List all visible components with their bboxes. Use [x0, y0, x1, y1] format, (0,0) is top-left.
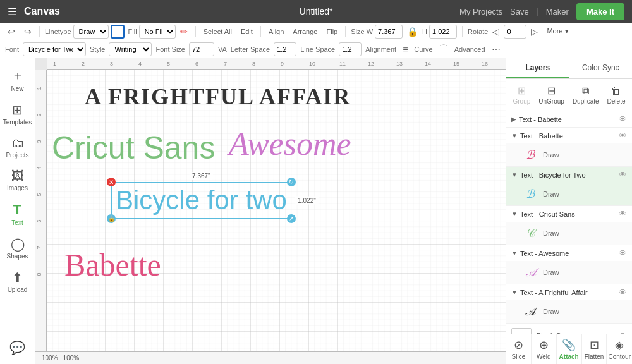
attach-button[interactable]: 📎 Attach — [557, 334, 582, 364]
ungroup-button[interactable]: ⊟ UnGroup — [535, 83, 568, 107]
edit-button[interactable]: Edit — [238, 27, 255, 37]
rotate-dec-btn[interactable]: ◁ — [490, 25, 502, 38]
zoom-label: 100% — [42, 355, 58, 361]
maker-button[interactable]: Maker — [546, 7, 569, 16]
fill-group: Fill No Fill ✏ — [128, 25, 190, 39]
height-label: H — [422, 28, 427, 35]
slice-icon: ⊘ — [514, 338, 523, 352]
rotate-inc-btn[interactable]: ▷ — [528, 25, 540, 38]
contour-button[interactable]: ◈ Contour — [607, 334, 632, 364]
eye-cricut[interactable]: 👁 — [619, 209, 627, 219]
size-group: Size W 🔒 H — [351, 25, 457, 39]
rotate-input[interactable] — [504, 25, 526, 39]
align-button[interactable]: Align — [266, 27, 286, 37]
layer-header-frightful[interactable]: ▼ Text - A Frightful Affair 👁 — [506, 284, 632, 300]
tab-layers[interactable]: Layers — [506, 58, 569, 78]
bottom-bar: 100% 100% — [35, 351, 506, 364]
sidebar-shapes-label: Shapes — [7, 253, 28, 260]
more-button[interactable]: More ▾ — [544, 26, 571, 37]
flatten-button[interactable]: ⊡ Flatten — [582, 334, 607, 364]
line-space-input[interactable] — [339, 42, 362, 56]
slice-button[interactable]: ⊘ Slice — [506, 334, 532, 364]
delete-button[interactable]: 🗑 Delete — [604, 83, 629, 107]
sidebar-templates-label: Templates — [3, 119, 32, 126]
sidebar-item-projects[interactable]: 🗂 Projects — [2, 132, 33, 162]
bicycle-sub-icon: ℬ — [521, 185, 539, 203]
lock-icon[interactable]: 🔒 — [404, 25, 420, 38]
ruler-left: 1 2 3 4 5 6 7 8 — [35, 70, 47, 351]
layer-group-bicycle: ▼ Text - Bicycle for Two 👁 ℬ Draw — [506, 167, 632, 206]
group-button[interactable]: ⊞ Group — [509, 83, 535, 107]
eye-babette2[interactable]: 👁 — [619, 131, 627, 140]
tab-color-sync[interactable]: Color Sync — [569, 58, 633, 78]
width-dimension: 7.367" — [190, 172, 213, 180]
arrange-button[interactable]: Arrange — [290, 27, 320, 37]
layer-group-babette1: ▶ Text - Babette 👁 — [506, 111, 632, 128]
sidebar-item-templates[interactable]: ⊞ Templates — [2, 99, 33, 130]
height-input[interactable] — [429, 25, 457, 39]
frightful-sub-icon: 𝒜 — [521, 303, 539, 320]
panel-toolbar: ⊞ Group ⊟ UnGroup ⧉ Duplicate 🗑 Delete — [506, 79, 632, 111]
delete-handle[interactable]: ✕ — [107, 178, 116, 186]
select-all-button[interactable]: Select All — [201, 27, 234, 37]
duplicate-button[interactable]: ⧉ Duplicate — [569, 83, 603, 107]
fill-select[interactable]: No Fill — [139, 25, 176, 39]
sidebar-item-shapes[interactable]: ◯ Shapes — [2, 233, 33, 264]
layer-sub-cricut: 𝒞 Draw — [506, 222, 632, 245]
layer-name-cricut: Text - Cricut Sans — [520, 210, 616, 218]
letter-space-label: VA — [218, 46, 227, 53]
linetype-color-box[interactable] — [111, 25, 125, 39]
fill-color-btn[interactable]: ✏ — [178, 25, 190, 38]
linetype-select[interactable]: Draw — [73, 25, 109, 39]
svg-text:5: 5 — [36, 193, 42, 196]
bicycle-selection[interactable]: 7.367" Bicycle for two 1.022" ✕ ↻ 🔒 ↗ — [111, 182, 291, 219]
grid-bg: A FRIGHTFUL AFFAIR Cricut Sans Awesome 7… — [47, 70, 506, 351]
svg-text:6: 6 — [195, 61, 198, 67]
save-button[interactable]: Save — [510, 7, 529, 16]
my-projects-button[interactable]: My Projects — [459, 7, 502, 16]
layer-header-babette1[interactable]: ▶ Text - Babette 👁 — [506, 111, 632, 127]
rotate-handle[interactable]: ↻ — [287, 178, 296, 186]
weld-button[interactable]: ⊕ Weld — [532, 334, 557, 364]
sidebar-item-text[interactable]: T Text — [2, 198, 33, 230]
sidebar-item-new[interactable]: ＋ New — [2, 63, 33, 96]
redo-button[interactable]: ↪ — [21, 25, 34, 38]
layer-header-babette2[interactable]: ▼ Text - Babette 👁 — [506, 128, 632, 143]
layer-header-awesome[interactable]: ▼ Text - Awesome 👁 — [506, 245, 632, 261]
svg-text:7: 7 — [224, 61, 227, 67]
advanced-btn[interactable]: ⋯ — [489, 43, 503, 56]
sidebar-item-images[interactable]: 🖼 Images — [2, 165, 33, 195]
canvas-area[interactable]: 1 2 3 4 5 6 7 8 9 10 11 12 13 14 15 16 1… — [35, 58, 506, 364]
scale-handle[interactable]: ↗ — [287, 214, 296, 223]
letter-space-input[interactable] — [274, 42, 296, 56]
sidebar-item-chat[interactable]: 💬 — [2, 336, 33, 359]
layer-header-cricut[interactable]: ▼ Text - Cricut Sans 👁 — [506, 206, 632, 222]
lock-handle[interactable]: 🔒 — [107, 214, 116, 223]
make-it-button[interactable]: Make It — [576, 3, 624, 20]
upload-icon: ⬆ — [12, 270, 23, 285]
fill-label: Fill — [128, 28, 137, 35]
layer-sub-awesome: 𝒜 Draw — [506, 261, 632, 284]
width-input[interactable] — [375, 25, 403, 39]
layer-name-awesome: Text - Awesome — [520, 250, 616, 257]
eye-frightful[interactable]: 👁 — [619, 288, 627, 297]
svg-text:8: 8 — [252, 61, 255, 67]
layer-header-bicycle[interactable]: ▼ Text - Bicycle for Two 👁 — [506, 167, 632, 183]
font-select[interactable]: Bicycle for Two — [23, 42, 86, 56]
eye-babette1[interactable]: 👁 — [619, 114, 627, 124]
flip-button[interactable]: Flip — [324, 27, 340, 37]
alignment-label: Alignment — [365, 46, 396, 53]
curve-btn[interactable]: ⌒ — [437, 42, 451, 56]
eye-bicycle[interactable]: 👁 — [619, 170, 627, 179]
style-select[interactable]: Writing — [109, 42, 152, 56]
eye-awesome[interactable]: 👁 — [619, 248, 627, 258]
font-size-input[interactable] — [189, 42, 214, 56]
hamburger-icon[interactable]: ☰ — [8, 6, 16, 18]
undo-button[interactable]: ↩ — [5, 25, 18, 38]
text-icon: T — [13, 202, 21, 218]
alignment-btn[interactable]: ≡ — [400, 43, 410, 56]
canvas-scroll[interactable]: A FRIGHTFUL AFFAIR Cricut Sans Awesome 7… — [47, 70, 506, 351]
layer-name-babette1: Text - Babette — [519, 116, 616, 123]
height-dimension: 1.022" — [295, 197, 319, 205]
sidebar-item-upload[interactable]: ⬆ Upload — [2, 266, 33, 297]
